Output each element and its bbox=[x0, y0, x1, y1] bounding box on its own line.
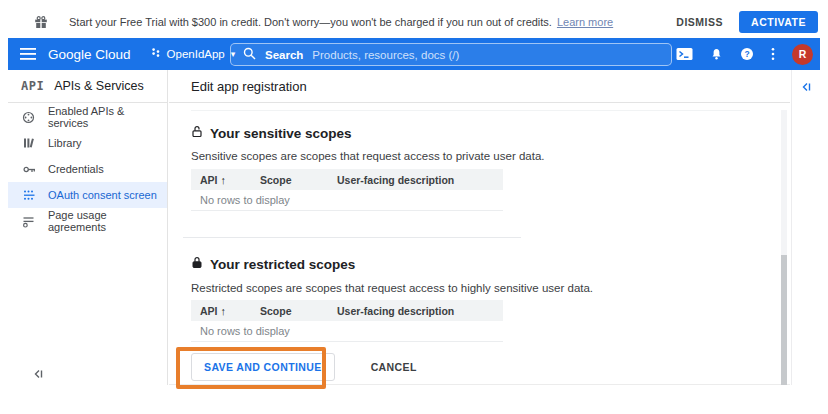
restricted-scopes-description: Restricted scopes are scopes that reques… bbox=[191, 282, 593, 294]
scrollbar-thumb[interactable] bbox=[781, 255, 787, 385]
cloud-shell-icon[interactable] bbox=[676, 47, 693, 61]
lock-open-icon bbox=[191, 125, 203, 141]
page-title: Edit app registration bbox=[169, 70, 790, 103]
column-header-description[interactable]: User-facing description bbox=[337, 305, 503, 317]
promo-actions: DISMISS ACTIVATE bbox=[676, 11, 818, 33]
table-header-row: API ↑ Scope User-facing description bbox=[191, 169, 503, 190]
dashboard-icon bbox=[22, 111, 36, 124]
main-content: Edit app registration Your sensitive sco… bbox=[169, 70, 790, 385]
column-header-scope[interactable]: Scope bbox=[260, 174, 337, 186]
promo-message: Start your Free Trial with $300 in credi… bbox=[69, 16, 613, 28]
help-glyph: ? bbox=[744, 49, 749, 59]
collapse-sidebar-button[interactable] bbox=[33, 369, 44, 379]
column-header-scope[interactable]: Scope bbox=[260, 305, 337, 317]
sidebar-item-label: Page usage agreements bbox=[48, 209, 167, 233]
column-header-api[interactable]: API ↑ bbox=[191, 174, 260, 186]
form-actions: SAVE AND CONTINUE CANCEL bbox=[191, 353, 417, 381]
restricted-scopes-heading: Your restricted scopes bbox=[191, 256, 355, 272]
sidebar-item-label: Library bbox=[48, 137, 82, 149]
api-logo-icon: API bbox=[21, 79, 44, 93]
project-name: OpenIdApp bbox=[167, 48, 225, 60]
sidebar-title: APIs & Services bbox=[54, 79, 144, 93]
sidebar-item-label: Credentials bbox=[48, 163, 104, 175]
table-header-row: API ↑ Scope User-facing description bbox=[191, 300, 503, 321]
sidebar-item-enabled-apis[interactable]: Enabled APIs & services bbox=[8, 104, 167, 130]
consent-screen-icon bbox=[22, 189, 36, 201]
save-and-continue-button[interactable]: SAVE AND CONTINUE bbox=[191, 353, 335, 381]
library-icon bbox=[22, 137, 36, 149]
sidebar-item-page-usage-agreements[interactable]: Page usage agreements bbox=[8, 208, 167, 234]
search-label: Search bbox=[265, 49, 303, 61]
empty-table-row: No rows to display bbox=[191, 321, 503, 342]
right-rail bbox=[791, 70, 820, 385]
collapse-panel-button[interactable] bbox=[801, 82, 812, 92]
column-header-label: Scope bbox=[260, 174, 292, 186]
column-header-description[interactable]: User-facing description bbox=[337, 174, 503, 186]
promo-message-text: Start your Free Trial with $300 in credi… bbox=[69, 16, 552, 28]
sidebar-item-library[interactable]: Library bbox=[8, 130, 167, 156]
search-hint: Products, resources, docs (/) bbox=[312, 49, 459, 61]
search-icon bbox=[243, 46, 256, 64]
section-heading-text: Your sensitive scopes bbox=[210, 126, 352, 141]
gift-icon bbox=[34, 15, 48, 29]
agreements-icon bbox=[22, 215, 36, 228]
column-header-label: API bbox=[200, 305, 218, 317]
edit-app-registration-form: Your sensitive scopes Sensitive scopes a… bbox=[169, 103, 790, 384]
key-icon bbox=[22, 163, 36, 176]
dismiss-button[interactable]: DISMISS bbox=[676, 16, 723, 28]
project-icon bbox=[151, 45, 161, 63]
divider bbox=[191, 110, 750, 111]
column-header-label: User-facing description bbox=[337, 174, 454, 186]
activate-button[interactable]: ACTIVATE bbox=[739, 11, 818, 33]
sensitive-scopes-heading: Your sensitive scopes bbox=[191, 125, 352, 141]
app-bar-icons: ? R bbox=[676, 38, 813, 70]
google-cloud-console: Start your Free Trial with $300 in credi… bbox=[0, 0, 828, 414]
content-scrollbar[interactable] bbox=[781, 110, 787, 385]
project-selector[interactable]: OpenIdApp ▾ bbox=[151, 45, 236, 63]
help-icon[interactable]: ? bbox=[740, 47, 754, 61]
sort-ascending-icon: ↑ bbox=[221, 305, 227, 317]
free-trial-banner: Start your Free Trial with $300 in credi… bbox=[8, 5, 820, 38]
sidebar-item-label: Enabled APIs & services bbox=[48, 105, 167, 129]
account-avatar[interactable]: R bbox=[792, 44, 813, 65]
sensitive-scopes-description: Sensitive scopes are scopes that request… bbox=[191, 150, 545, 162]
column-header-label: Scope bbox=[260, 305, 292, 317]
google-cloud-logo[interactable]: Google Cloud bbox=[48, 47, 131, 62]
sensitive-scopes-table: API ↑ Scope User-facing description No r… bbox=[191, 169, 503, 211]
sidebar-nav: Enabled APIs & services Library bbox=[8, 103, 167, 234]
menu-icon[interactable] bbox=[20, 48, 36, 60]
learn-more-link[interactable]: Learn more bbox=[557, 16, 613, 28]
column-header-label: API bbox=[200, 174, 218, 186]
empty-table-row: No rows to display bbox=[191, 190, 503, 211]
sidebar-item-credentials[interactable]: Credentials bbox=[8, 156, 167, 182]
sidebar: API APIs & Services Enabled APIs & servi… bbox=[8, 70, 168, 385]
notifications-icon[interactable] bbox=[710, 47, 723, 61]
column-header-api[interactable]: API ↑ bbox=[191, 305, 260, 317]
app-bar: Google Cloud OpenIdApp ▾ Search Products… bbox=[8, 38, 820, 70]
cancel-button[interactable]: CANCEL bbox=[371, 361, 417, 373]
sidebar-header: API APIs & Services bbox=[8, 70, 167, 103]
lock-icon bbox=[191, 256, 203, 272]
section-divider bbox=[183, 237, 521, 238]
column-header-label: User-facing description bbox=[337, 305, 454, 317]
search-input[interactable]: Search Products, resources, docs (/) bbox=[230, 43, 672, 66]
sidebar-item-oauth-consent-screen[interactable]: OAuth consent screen bbox=[8, 182, 167, 208]
console-shell: API APIs & Services Enabled APIs & servi… bbox=[8, 70, 820, 385]
section-heading-text: Your restricted scopes bbox=[210, 257, 355, 272]
sort-ascending-icon: ↑ bbox=[221, 174, 227, 186]
restricted-scopes-table: API ↑ Scope User-facing description No r… bbox=[191, 300, 503, 342]
sidebar-item-label: OAuth consent screen bbox=[48, 189, 157, 201]
more-vertical-icon[interactable] bbox=[771, 47, 775, 61]
